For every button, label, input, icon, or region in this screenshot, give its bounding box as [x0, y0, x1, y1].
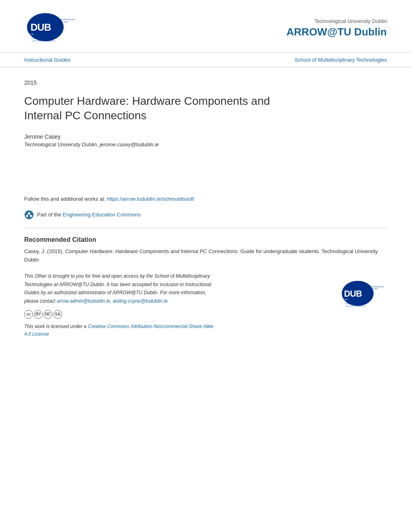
- svg-point-9: [26, 215, 28, 217]
- follow-url-link[interactable]: https://arrow.tudublin.ie/schmuldissoft: [107, 196, 194, 202]
- svg-text:BHAILE ÁTHA CLIATH: BHAILE ÁTHA CLIATH: [364, 288, 378, 290]
- citation-title: Computer Hardware: Hardware Components a…: [65, 248, 239, 254]
- citation-heading: Recommended Citation: [24, 236, 387, 243]
- commons-badge: Part of the Engineering Education Common…: [24, 210, 387, 220]
- page: DUB LIN OLLSCOIL TEICNEOLAÍOCHTA BHAILE …: [0, 0, 411, 532]
- svg-text:LIN: LIN: [343, 299, 347, 301]
- svg-text:TECHNOLOGICAL: TECHNOLOGICAL: [345, 303, 362, 305]
- arrow-tu-dublin-link[interactable]: ARROW@TU Dublin: [286, 26, 387, 38]
- network-icon: [24, 210, 34, 220]
- sa-icon: SA: [53, 310, 62, 319]
- svg-point-8: [28, 212, 30, 214]
- bottom-section: This Other is brought to you for free an…: [24, 272, 387, 338]
- email1-link[interactable]: arrow.admin@tudublin.ie,: [57, 298, 112, 304]
- affil-text: Technological University Dublin: [24, 141, 97, 148]
- svg-point-7: [25, 210, 33, 219]
- header: DUB LIN OLLSCOIL TEICNEOLAÍOCHTA BHAILE …: [0, 0, 411, 52]
- svg-text:OLLSCOIL TEICNEOLAÍOCHTA: OLLSCOIL TEICNEOLAÍOCHTA: [52, 19, 75, 21]
- info-text: This Other is brought to you for free an…: [24, 272, 218, 305]
- svg-text:BHAILE ÁTHA CLIATH: BHAILE ÁTHA CLIATH: [52, 21, 68, 23]
- svg-text:UNIVERSITY DUBLIN: UNIVERSITY DUBLIN: [345, 305, 366, 307]
- spacer: [24, 148, 387, 196]
- header-right: Technological University Dublin ARROW@TU…: [286, 18, 387, 38]
- author-affiliation: Technological University Dublin, jerome.…: [24, 141, 387, 148]
- bottom-right: DUB LIN OLLSCOIL TEICNEOLAÍOCHTA BHAILE …: [338, 272, 387, 308]
- commons-text: Part of the Engineering Education Common…: [37, 212, 141, 218]
- footer-tu-dublin-logo: DUB LIN OLLSCOIL TEICNEOLAÍOCHTA BHAILE …: [338, 280, 387, 308]
- svg-text:LIN: LIN: [29, 33, 33, 35]
- citation-body: Casey, J. (2015). Computer Hardware: Har…: [24, 247, 387, 264]
- engineering-education-link[interactable]: Engineering Education Commons: [63, 212, 141, 218]
- svg-text:OLLSCOIL TEICNEOLAÍOCHTA: OLLSCOIL TEICNEOLAÍOCHTA: [364, 286, 384, 288]
- license-prefix: This work is licensed under a: [24, 324, 88, 329]
- document-title: Computer Hardware: Hardware Components a…: [24, 94, 306, 123]
- cc-icon: cc: [24, 310, 33, 319]
- tu-dublin-logo: DUB LIN OLLSCOIL TEICNEOLAÍOCHTA BHAILE …: [24, 12, 81, 44]
- logo-area: DUB LIN OLLSCOIL TEICNEOLAÍOCHTA BHAILE …: [24, 12, 81, 44]
- instructional-guides-link[interactable]: Instructional Guides: [24, 57, 71, 63]
- main-content: 2015 Computer Hardware: Hardware Compone…: [0, 67, 411, 350]
- follow-label: Follow this and additional works at:: [24, 196, 107, 202]
- nc-icon: NC: [44, 310, 52, 319]
- school-multidisciplinary-link[interactable]: School of Multidisciplinary Technologies: [295, 57, 387, 63]
- svg-text:UNIVERSITY DUBLIN: UNIVERSITY DUBLIN: [32, 40, 55, 42]
- svg-point-10: [30, 215, 32, 217]
- svg-text:DUB: DUB: [344, 289, 362, 299]
- cc-icons: cc BY NC SA: [24, 310, 218, 319]
- author-email: jerome.casey@tudubln.ie: [100, 141, 159, 148]
- follow-section: Follow this and additional works at: htt…: [24, 196, 387, 202]
- citation-before: Casey, J. (2015).: [24, 248, 65, 254]
- svg-text:TECHNOLOGICAL: TECHNOLOGICAL: [31, 37, 51, 39]
- license-text: This work is licensed under a Creative C…: [24, 323, 218, 338]
- divider-1: [24, 228, 387, 228]
- bottom-left: This Other is brought to you for free an…: [24, 272, 218, 338]
- by-icon: BY: [34, 310, 43, 319]
- nav-bar: Instructional Guides School of Multidisc…: [0, 52, 411, 67]
- document-year: 2015: [24, 79, 387, 86]
- header-subtitle: Technological University Dublin: [286, 18, 387, 24]
- email2-link[interactable]: aisling.coyne@tudublin.ie.: [113, 298, 169, 304]
- author-name: Jerome Casey: [24, 133, 387, 140]
- svg-text:DUB: DUB: [31, 22, 51, 33]
- part-of-label: Part of the: [37, 212, 63, 218]
- recommended-citation: Recommended Citation Casey, J. (2015). C…: [24, 236, 387, 264]
